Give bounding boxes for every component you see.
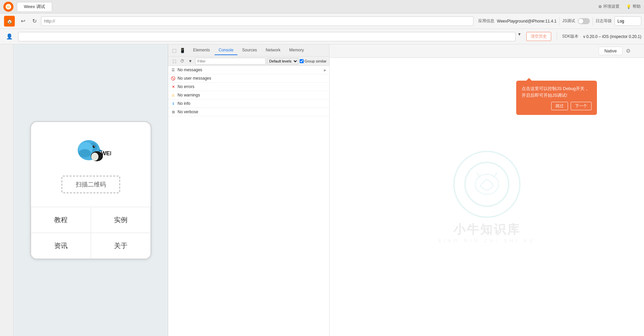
console-messages: ☰ No messages ▶ 🚫 No user messages ✕ No … xyxy=(168,66,329,336)
tab-sources[interactable]: Sources xyxy=(238,46,261,55)
tooltip-popup: 点击这里可以控制JS Debug开关，开启后即可开始JS调试! 跳过 下一个 xyxy=(516,81,597,115)
console-filter-input[interactable] xyxy=(195,58,266,65)
devtools-toolbar-icon1[interactable]: ⬚ xyxy=(171,58,178,65)
svg-point-8 xyxy=(79,149,91,157)
devtools-panel: ⬚ 📱 Elements Console Sources Network Mem… xyxy=(168,44,330,336)
devtools-console-toolbar: ⬚ ⏱ ▼ Default levels Group similar xyxy=(168,56,329,66)
js-debug-section: JS调试 xyxy=(562,18,590,24)
layers-icon: ⊞ xyxy=(171,110,176,114)
tab-network[interactable]: Network xyxy=(262,46,285,55)
console-item-no-messages[interactable]: ☰ No messages ▶ xyxy=(168,66,329,74)
sidebar-home-icon[interactable]: 🏠 xyxy=(4,16,15,27)
scan-qr-button[interactable]: 扫描二维码 xyxy=(62,176,120,193)
watermark-bull-svg xyxy=(463,161,510,208)
list-icon: ☰ xyxy=(171,68,176,72)
device-preview: WEEX 扫描二维码 教程 实例 资讯 关于 xyxy=(13,44,168,336)
weex-bird-logo: WEEX xyxy=(71,135,111,169)
tab-elements[interactable]: Elements xyxy=(189,46,214,55)
clear-history-button[interactable]: 清空历史 xyxy=(526,32,551,41)
devtools-inspect-icon[interactable]: ⬚ xyxy=(171,47,178,54)
left-sidebar xyxy=(0,44,13,336)
title-bar: W Weex 调试 ⚙ 环境设置 💡 帮助 xyxy=(0,0,644,13)
tab-console[interactable]: Console xyxy=(215,46,237,55)
svg-line-14 xyxy=(477,173,480,178)
title-bar-tab[interactable]: Weex 调试 xyxy=(17,2,52,11)
js-debug-label: JS调试 xyxy=(562,18,575,24)
watermark-en-text: XIAO NIU ZHI SHI KU xyxy=(438,238,535,243)
phone-menu-about[interactable]: 关于 xyxy=(91,233,151,259)
phone-menu-news[interactable]: 资讯 xyxy=(31,233,91,259)
js-debug-toggle[interactable] xyxy=(578,18,590,24)
console-item-no-verbose[interactable]: ⊞ No verbose xyxy=(168,108,329,116)
settings-link[interactable]: ⚙ 环境设置 xyxy=(598,4,619,9)
group-similar-checkbox[interactable]: Group similar xyxy=(300,59,327,63)
tooltip-text: 点击这里可以控制JS Debug开关，开启后即可开始JS调试! xyxy=(522,85,592,98)
sdk-label: SDK版本 xyxy=(562,34,579,39)
toggle-knob xyxy=(578,19,583,24)
svg-text:W: W xyxy=(7,5,10,9)
app-info-label: 应用信息 xyxy=(478,18,494,24)
info-circle-icon: ℹ xyxy=(171,101,176,106)
title-bar-right: ⚙ 环境设置 💡 帮助 xyxy=(598,4,641,9)
log-level-input[interactable] xyxy=(614,16,641,26)
phone-menu-examples[interactable]: 实例 xyxy=(91,207,151,233)
svg-point-13 xyxy=(475,174,499,195)
svg-line-15 xyxy=(494,173,497,178)
expand-arrow-icon: ▶ xyxy=(324,68,327,72)
second-bar: 👤 ▼ 清空历史 SDK版本 v 0.20.0 – iOS (inspector… xyxy=(0,29,644,44)
dropdown-arrow-icon[interactable]: ▼ xyxy=(518,32,524,41)
sdk-value: v 0.20.0 – iOS (inspector 0.20.1) xyxy=(583,34,641,39)
phone-top: WEEX 扫描二维码 xyxy=(31,122,151,207)
tooltip-next-button[interactable]: 下一个 xyxy=(571,102,592,110)
native-button[interactable]: Native xyxy=(599,47,622,55)
x-circle-icon: ✕ xyxy=(171,84,176,89)
svg-point-6 xyxy=(92,145,95,148)
user-x-icon: 🚫 xyxy=(171,76,176,81)
devtools-toolbar-icon2[interactable]: ⏱ xyxy=(179,58,186,65)
gear-icon: ⚙ xyxy=(598,4,602,9)
dropdown-input[interactable] xyxy=(18,32,516,41)
right-panel: Native ⚙ xyxy=(330,44,644,336)
url-input[interactable] xyxy=(41,16,473,26)
help-icon: 💡 xyxy=(626,4,631,9)
log-level-label: 日志等级 xyxy=(596,18,612,24)
devtools-mobile-icon[interactable]: 📱 xyxy=(179,47,186,54)
url-toolbar: 🏠 ↩ ↻ 应用信息 WeexPlayground@iPhone:11.4.1 … xyxy=(0,13,644,29)
devtools-toolbar-dropdown-icon[interactable]: ▼ xyxy=(187,58,194,65)
svg-point-10 xyxy=(91,153,99,161)
sidebar-icon2[interactable]: 👤 xyxy=(6,31,13,42)
devtools-tab-icons: ⬚ 📱 xyxy=(171,47,186,54)
console-level-select[interactable]: Default levels xyxy=(267,58,298,65)
tab-memory[interactable]: Memory xyxy=(285,46,308,55)
console-item-no-errors[interactable]: ✕ No errors xyxy=(168,83,329,91)
watermark: 小牛知识库 XIAO NIU ZHI SHI KU xyxy=(438,151,535,243)
right-panel-content: 小牛知识库 XIAO NIU ZHI SHI KU 点击这里可以控制JS Deb… xyxy=(330,58,644,336)
watermark-zh-text: 小牛知识库 xyxy=(453,221,521,238)
phone-menu-tutorials[interactable]: 教程 xyxy=(31,207,91,233)
devtools-tabs: ⬚ 📱 Elements Console Sources Network Mem… xyxy=(168,44,329,56)
back-button[interactable]: ↩ xyxy=(18,16,28,26)
tooltip-buttons: 跳过 下一个 xyxy=(522,102,592,110)
refresh-button[interactable]: ↻ xyxy=(30,16,39,26)
warning-triangle-icon: ⚠ xyxy=(171,93,176,97)
svg-point-7 xyxy=(94,145,94,146)
phone-bottom: 教程 实例 资讯 关于 xyxy=(31,207,151,259)
app-info-value: WeexPlayground@iPhone:11.4.1 xyxy=(497,19,557,24)
console-item-no-info[interactable]: ℹ No info xyxy=(168,99,329,108)
svg-point-12 xyxy=(465,163,509,206)
svg-text:WEEX: WEEX xyxy=(101,150,111,157)
watermark-circle xyxy=(453,151,521,218)
app-logo: W xyxy=(3,2,13,12)
settings-gear-icon[interactable]: ⚙ xyxy=(626,48,631,54)
help-link[interactable]: 💡 帮助 xyxy=(626,4,641,9)
weex-logo-area: WEEX 扫描二维码 xyxy=(55,135,127,200)
right-second-bar: Native ⚙ xyxy=(330,44,644,58)
phone-frame: WEEX 扫描二维码 教程 实例 资讯 关于 xyxy=(30,121,151,259)
tooltip-skip-button[interactable]: 跳过 xyxy=(551,102,568,110)
phone-screen: WEEX 扫描二维码 教程 实例 资讯 关于 xyxy=(31,122,151,259)
console-item-no-user-messages[interactable]: 🚫 No user messages xyxy=(168,74,329,83)
console-item-no-warnings[interactable]: ⚠ No warnings xyxy=(168,91,329,99)
